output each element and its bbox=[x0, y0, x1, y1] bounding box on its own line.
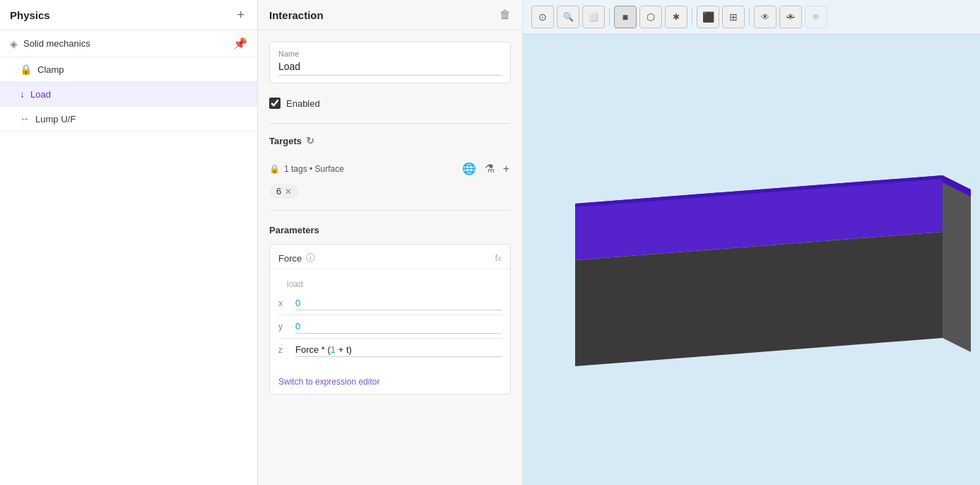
delete-button[interactable]: 🗑 bbox=[500, 8, 511, 21]
enabled-row: Enabled bbox=[269, 95, 511, 112]
point-select-button[interactable]: ✱ bbox=[665, 6, 687, 28]
solid-mechanics-add-button[interactable]: 📌 bbox=[233, 37, 247, 50]
filter-button[interactable]: ⚗ bbox=[483, 160, 496, 177]
targets-header: Targets ↻ bbox=[269, 135, 314, 146]
targets-toolbar: Targets ↻ bbox=[269, 135, 511, 153]
z-expr-num1: 1 bbox=[331, 344, 336, 355]
name-field-value: Load bbox=[278, 61, 502, 76]
zoom-in-button[interactable]: 🔍 bbox=[557, 6, 579, 28]
field-row-y: y bbox=[278, 315, 502, 339]
dimmed-view-button[interactable]: 👁 bbox=[805, 6, 827, 28]
pin-icon: 📌 bbox=[233, 37, 247, 49]
solid-mechanics-icon: ◈ bbox=[10, 38, 18, 49]
tag-value: 6 bbox=[276, 186, 281, 197]
toolbar-3d: ⊙ 🔍 ⬜ ■ ⬡ ✱ ⬛ ⊞ 👁 👁 👁 bbox=[523, 0, 980, 35]
remove-tag-button[interactable]: ✕ bbox=[285, 187, 292, 197]
z-axis-label: z bbox=[278, 345, 288, 355]
physics-header: Physics + bbox=[0, 0, 257, 30]
select-lasso-button[interactable]: ⬡ bbox=[639, 6, 662, 28]
clamp-label: Clamp bbox=[37, 64, 64, 75]
y-axis-label: y bbox=[278, 322, 288, 332]
divider-1 bbox=[269, 123, 511, 124]
parameters-header: Parameters bbox=[269, 225, 511, 235]
lump-label: Lump U/F bbox=[35, 114, 76, 124]
tag-chip-6: 6 ✕ bbox=[269, 184, 299, 199]
fit-all-icon: ⊙ bbox=[538, 11, 547, 23]
hide-button[interactable]: 👁 bbox=[779, 6, 802, 28]
x-field[interactable] bbox=[295, 296, 502, 310]
svg-marker-3 bbox=[943, 175, 971, 352]
physics-title: Physics bbox=[10, 9, 50, 21]
divider-2 bbox=[269, 210, 511, 211]
interaction-body: Name Load Enabled Targets ↻ 🔒 1 tags • bbox=[258, 30, 522, 406]
enabled-label: Enabled bbox=[286, 98, 320, 109]
add-physics-button[interactable]: + bbox=[234, 7, 247, 23]
zoom-in-icon: 🔍 bbox=[563, 12, 574, 22]
left-panel: Physics + ◈ Solid mechanics 📌 🔒 Clamp ↓ … bbox=[0, 0, 258, 485]
select-box-button[interactable]: ■ bbox=[614, 6, 637, 28]
targets-left: 🔒 1 tags • Surface bbox=[269, 164, 344, 174]
view-cube-icon: ⬛ bbox=[702, 11, 714, 23]
sidebar-item-lump[interactable]: ↔ Lump U/F bbox=[0, 107, 257, 132]
force-label: Force bbox=[278, 253, 302, 264]
toolbar-separator-2 bbox=[692, 8, 692, 25]
z-expression-display: Force * (1 + t) bbox=[295, 343, 502, 357]
targets-info: 1 tags • Surface bbox=[284, 164, 344, 174]
select-lasso-icon: ⬡ bbox=[647, 11, 655, 23]
zoom-out-icon: ⬜ bbox=[589, 13, 598, 22]
lock-icon: 🔒 bbox=[20, 64, 32, 75]
toolbar-separator-3 bbox=[749, 8, 750, 25]
enabled-checkbox[interactable] bbox=[269, 98, 281, 109]
x-axis-label: x bbox=[278, 298, 288, 308]
solid-mechanics-row: ◈ Solid mechanics 📌 bbox=[0, 30, 257, 57]
select-box-icon: ■ bbox=[622, 11, 628, 23]
targets-right: 🌐 ⚗ + bbox=[461, 160, 511, 177]
view-cube-button[interactable]: ⬛ bbox=[697, 6, 719, 28]
params-fields: load x y z Force * (1 + t) bbox=[270, 269, 510, 370]
point-select-icon: ✱ bbox=[673, 12, 680, 22]
interaction-header: Interaction 🗑 bbox=[258, 0, 522, 30]
arrow-icon: ↔ bbox=[20, 113, 30, 124]
name-section: Name Load bbox=[269, 42, 511, 83]
zoom-out-button[interactable]: ⬜ bbox=[582, 6, 605, 28]
sidebar-item-clamp[interactable]: 🔒 Clamp bbox=[0, 57, 257, 82]
add-target-button[interactable]: + bbox=[502, 161, 511, 177]
viewport-3d bbox=[523, 35, 980, 485]
solid-mechanics-label: Solid mechanics bbox=[23, 38, 90, 49]
fit-all-button[interactable]: ⊙ bbox=[531, 6, 554, 28]
toolbar-separator-1 bbox=[609, 8, 610, 25]
right-panel: ⊙ 🔍 ⬜ ■ ⬡ ✱ ⬛ ⊞ 👁 👁 👁 bbox=[523, 0, 980, 485]
3d-beam bbox=[533, 119, 971, 402]
lock-targets-icon: 🔒 bbox=[269, 164, 280, 174]
tags-list: 6 ✕ bbox=[269, 184, 511, 199]
targets-section: Targets ↻ 🔒 1 tags • Surface 🌐 ⚗ + 6 bbox=[269, 135, 511, 199]
grid-icon: ⊞ bbox=[729, 11, 738, 23]
load-placeholder-label: load bbox=[278, 275, 502, 292]
y-field[interactable] bbox=[295, 320, 502, 334]
info-icon[interactable]: ⓘ bbox=[306, 252, 315, 264]
field-row-x: x bbox=[278, 292, 502, 315]
load-label: Load bbox=[30, 89, 51, 100]
refresh-icon[interactable]: ↻ bbox=[306, 135, 314, 146]
params-box-header: Force ⓘ f𝑥 bbox=[270, 245, 510, 269]
targets-label: Targets bbox=[269, 136, 302, 146]
parameters-box: Force ⓘ f𝑥 load x y bbox=[269, 244, 511, 395]
sidebar-item-load[interactable]: ↓ Load bbox=[0, 82, 257, 107]
download-icon: ↓ bbox=[20, 88, 25, 100]
hide-icon: 👁 bbox=[786, 12, 795, 22]
switch-to-expression-link[interactable]: Switch to expression editor bbox=[270, 370, 510, 394]
show-button[interactable]: 👁 bbox=[754, 6, 777, 28]
interaction-title: Interaction bbox=[269, 9, 324, 21]
parameters-section: Parameters Force ⓘ f𝑥 load x bbox=[269, 225, 511, 395]
middle-panel: Interaction 🗑 Name Load Enabled Targets … bbox=[258, 0, 523, 485]
force-label-row: Force ⓘ bbox=[278, 252, 315, 264]
name-field-label: Name bbox=[278, 49, 502, 58]
grid-button[interactable]: ⊞ bbox=[722, 6, 745, 28]
dimmed-icon: 👁 bbox=[812, 12, 820, 22]
globe-button[interactable]: 🌐 bbox=[461, 160, 478, 177]
nav-items: 🔒 Clamp ↓ Load ↔ Lump U/F bbox=[0, 57, 257, 132]
solid-mechanics-left: ◈ Solid mechanics bbox=[10, 38, 90, 49]
show-icon: 👁 bbox=[761, 12, 769, 22]
fx-button[interactable]: f𝑥 bbox=[495, 252, 502, 264]
name-value: Load bbox=[278, 61, 300, 72]
